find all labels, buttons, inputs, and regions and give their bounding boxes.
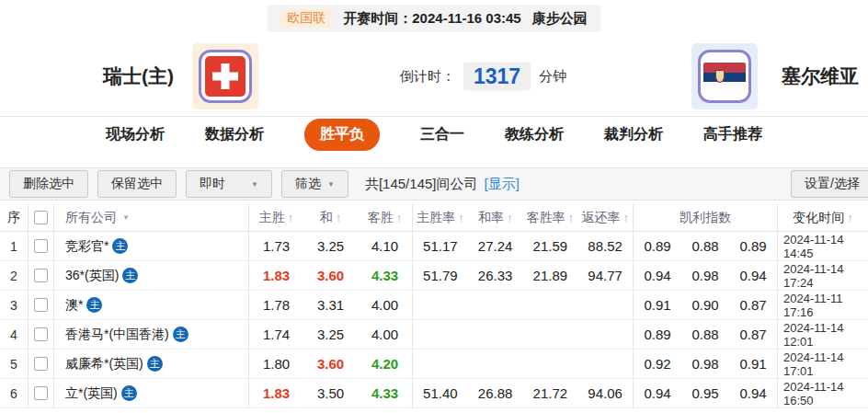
rate-value: 27.24 [468,238,523,254]
row-seq: 1 [0,232,28,260]
change-time: 2024-11-14 17:24 [777,261,868,290]
kelly-value: 0.94 [634,385,681,401]
row-checkbox[interactable] [34,269,48,282]
odds-row[interactable]: 236*(英国)主1.833.604.3351.7926.3321.8994.7… [0,261,868,291]
kelly-value: 0.91 [729,356,777,372]
odds-cells: 1.833.504.33 [248,379,412,407]
kelly-cells: 0.940.980.94 [633,261,777,290]
home-team: 瑞士(主) [103,43,258,109]
company-cell[interactable]: 竞彩官*主 [53,232,248,260]
sort-home-rate[interactable]: 主胜率↑ [413,210,468,226]
odds-row[interactable]: 6立*(英国)主1.833.504.3351.4026.8821.7294.06… [0,379,868,408]
sort-change-time[interactable]: 变化时间↑ [777,204,868,231]
company-header[interactable]: 所有公司 ▼ [53,204,248,231]
sort-draw-odds[interactable]: 和↑ [303,210,358,226]
odds-row[interactable]: 3澳*主1.783.314.000.910.900.872024-11-11 1… [0,291,868,320]
kelly-cells: 0.890.880.87 [633,320,777,349]
sort-away-rate[interactable]: 客胜率↑ [523,210,578,226]
delete-selected-button[interactable]: 删除选中 [9,170,88,198]
filter-dropdown[interactable]: 筛选 ▼ [281,170,348,198]
chevron-down-icon: ▼ [327,180,335,189]
kelly-cells: 0.910.900.87 [633,291,777,319]
row-check-cell [28,379,53,407]
odds-value: 3.25 [303,327,358,342]
row-checkbox[interactable] [34,239,48,253]
countdown-label: 倒计时： [400,68,455,86]
rate-cells: 51.4026.8821.7294.06 [412,379,633,407]
rate-cells [412,291,633,319]
company-count-text: 共[145/145]间公司[显示] [365,176,520,193]
rate-cells: 51.7926.3321.8994.77 [412,261,633,290]
sort-up-icon: ↑ [288,211,294,224]
row-checkbox[interactable] [34,386,48,400]
company-name: 威廉希*(英国) [65,356,143,373]
tab-3[interactable]: 胜平负 [304,119,380,151]
row-checkbox[interactable] [34,298,48,312]
rate-cells: 51.1727.2421.5988.52 [412,232,633,260]
rate-value: 88.52 [577,238,633,254]
sort-draw-rate[interactable]: 和率↑ [468,210,523,226]
odds-cells: 1.803.604.20 [248,350,412,378]
sort-return-rate[interactable]: 返还率↑ [577,210,633,226]
tab-6[interactable]: 裁判分析 [604,125,663,144]
company-cell[interactable]: 澳*主 [53,291,248,319]
live-dropdown[interactable]: 即时 ▼ [186,170,272,198]
change-time: 2024-11-14 14:45 [777,232,868,260]
tab-bar: 现场分析数据分析胜平负三合一教练分析裁判分析高手推荐 [0,116,868,152]
kelly-value: 0.94 [729,385,777,401]
table-body: 1竞彩官*主1.733.254.1051.1727.2421.5988.520.… [0,232,868,408]
company-header-label: 所有公司 [65,210,117,226]
kelly-value: 0.92 [634,356,681,372]
rate-value: 26.33 [468,268,523,283]
company-name: 香港马*(中国香港) [65,327,169,343]
kelly-value: 0.89 [634,238,681,254]
tab-5[interactable]: 教练分析 [505,125,564,144]
rate-value: 51.40 [413,385,468,401]
rate-value: 21.59 [523,238,578,254]
row-checkbox[interactable] [34,327,48,341]
odds-value: 4.10 [358,238,412,254]
change-time: 2024-11-14 16:50 [777,379,868,407]
kelly-value: 0.94 [729,268,777,283]
show-link[interactable]: [显示] [484,176,519,191]
row-seq: 4 [0,320,28,349]
odds-row[interactable]: 1竞彩官*主1.733.254.1051.1727.2421.5988.520.… [0,232,868,261]
row-check-cell [28,350,53,378]
table-header-row: 序 所有公司 ▼ 主胜↑ 和↑ 客胜↑ 主胜率↑ 和率↑ 客胜率↑ 返还率↑ 凯… [0,204,868,232]
select-all-checkbox[interactable] [34,211,48,224]
tab-7[interactable]: 高手推荐 [703,125,762,144]
league-badge[interactable]: 欧国联 [280,9,332,28]
match-info-pill: 欧国联 开赛时间：2024-11-16 03:45 康步公园 [268,5,600,32]
row-checkbox[interactable] [34,357,48,371]
tab-1[interactable]: 现场分析 [106,125,165,144]
countdown-unit: 分钟 [539,68,566,86]
odds-cells: 1.783.314.00 [248,291,412,319]
row-seq: 2 [0,261,28,290]
sort-up-icon: ↑ [847,211,853,224]
kickoff-time: 开赛时间：2024-11-16 03:45 [343,10,520,28]
away-team: 塞尔维亚 [691,43,859,109]
kelly-value: 0.88 [681,238,729,254]
home-team-name: 瑞士(主) [103,63,174,89]
odds-row[interactable]: 5威廉希*(英国)主1.803.604.200.920.980.912024-1… [0,350,868,379]
odds-value: 1.73 [249,238,303,254]
sort-home-odds[interactable]: 主胜↑ [249,210,303,226]
company-cell[interactable]: 立*(英国)主 [53,379,248,407]
countdown: 倒计时： 1317 分钟 [400,63,566,91]
sort-up-icon: ↑ [458,211,464,224]
odds-row[interactable]: 4香港马*(中国香港)主1.743.254.000.890.880.872024… [0,320,868,350]
countdown-value: 1317 [463,63,531,91]
company-cell[interactable]: 36*(英国)主 [53,261,248,290]
tab-4[interactable]: 三合一 [420,125,464,144]
settings-button[interactable]: 设置/选择 [791,170,868,198]
tab-2[interactable]: 数据分析 [205,125,264,144]
odds-table: 序 所有公司 ▼ 主胜↑ 和↑ 客胜↑ 主胜率↑ 和率↑ 客胜率↑ 返还率↑ 凯… [0,204,868,408]
sort-up-icon: ↑ [568,211,575,224]
keep-selected-button[interactable]: 保留选中 [97,170,177,198]
company-cell[interactable]: 香港马*(中国香港)主 [53,320,248,349]
company-cell[interactable]: 威廉希*(英国)主 [53,350,248,378]
odds-value: 3.50 [303,385,358,401]
sort-away-odds[interactable]: 客胜↑ [358,210,412,226]
odds-value: 1.74 [249,327,303,342]
home-badge-icon: 主 [121,385,137,401]
